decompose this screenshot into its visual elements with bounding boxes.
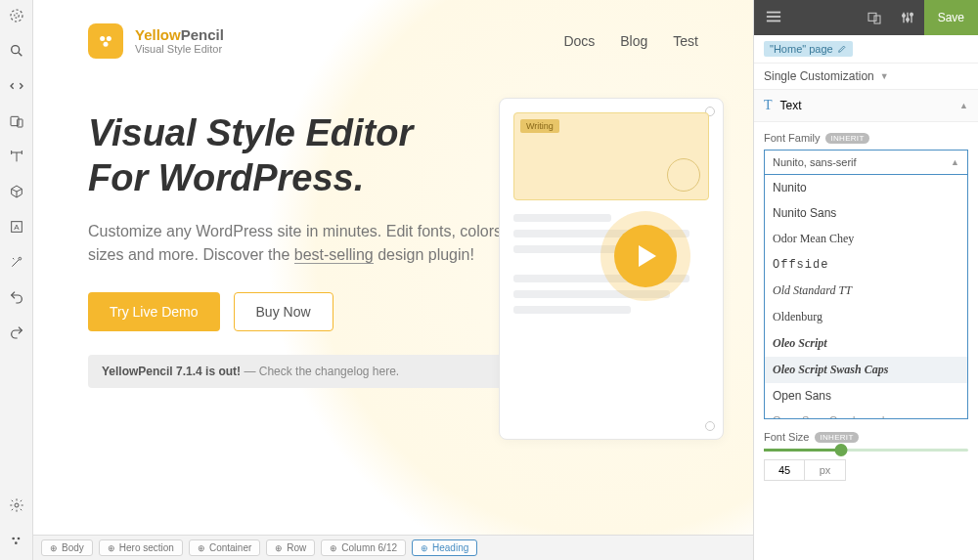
inherit-badge: INHERIT — [825, 133, 868, 144]
breadcrumb-item[interactable]: ⊕Row — [266, 539, 315, 556]
logo-name-a: Yellow — [135, 26, 181, 43]
undo-icon[interactable] — [7, 287, 26, 307]
font-option[interactable]: Odor Mean Chey — [765, 226, 967, 252]
svg-rect-29 — [868, 13, 876, 21]
font-size-unit[interactable]: px — [805, 459, 846, 481]
left-toolbar: A — [0, 0, 33, 560]
svg-point-36 — [910, 13, 912, 16]
svg-line-16 — [12, 260, 19, 267]
svg-point-2 — [11, 46, 19, 54]
home-page-badge[interactable]: "Home" page — [764, 41, 853, 57]
text-section-icon: T — [764, 98, 773, 113]
svg-line-11 — [11, 189, 16, 192]
font-option[interactable]: Nunito Sans — [765, 200, 967, 226]
logo-subtitle: Visual Style Editor — [135, 43, 224, 55]
try-demo-button[interactable]: Try Live Demo — [88, 292, 220, 331]
font-option[interactable]: Old Standard TT — [765, 278, 967, 304]
svg-text:A: A — [14, 223, 20, 232]
font-size-slider[interactable] — [764, 449, 968, 452]
svg-point-24 — [107, 36, 111, 41]
customization-scope[interactable]: Single Customization ▼ — [754, 64, 978, 90]
changelog-notice: YellowPencil 7.1.4 is out! — Check the c… — [88, 355, 526, 388]
font-family-dropdown[interactable]: Nunito Nunito Sans Odor Mean Chey Offsid… — [764, 175, 968, 419]
font-option[interactable]: Oleo Script — [765, 330, 967, 357]
svg-point-23 — [100, 36, 105, 41]
play-button[interactable] — [614, 225, 677, 287]
nav-blog[interactable]: Blog — [620, 33, 647, 49]
sliders-icon[interactable] — [891, 0, 924, 35]
svg-point-25 — [104, 42, 109, 47]
font-family-label: Font FamilyINHERIT — [764, 132, 968, 144]
magic-icon[interactable] — [7, 252, 26, 272]
breadcrumb-item[interactable]: ⊕Column 6/12 — [321, 539, 406, 556]
font-option[interactable]: Open Sans Condensed — [765, 409, 967, 419]
logo[interactable]: YellowPencil Visual Style Editor — [88, 23, 224, 59]
preview-label: Writing — [520, 119, 559, 133]
site-nav: Docs Blog Test — [563, 33, 698, 49]
logo-mark-icon — [88, 23, 123, 59]
svg-point-1 — [11, 10, 22, 22]
svg-rect-30 — [874, 16, 880, 23]
svg-point-0 — [14, 14, 19, 19]
canvas-area: YellowPencil Visual Style Editor Docs Bl… — [33, 0, 753, 560]
font-option[interactable]: Open Sans — [765, 383, 967, 409]
svg-line-3 — [19, 53, 22, 56]
selector-icon[interactable] — [7, 6, 26, 25]
breadcrumb-item[interactable]: ⊕Container — [189, 539, 260, 556]
redo-icon[interactable] — [7, 323, 26, 342]
breadcrumb-item[interactable]: ⊕Body — [41, 539, 93, 556]
panel-toolbar: Save — [754, 0, 978, 35]
svg-point-17 — [19, 257, 22, 260]
save-button[interactable]: Save — [924, 0, 978, 35]
breadcrumb-item[interactable]: ⊕Heading — [412, 539, 477, 556]
svg-line-12 — [17, 189, 22, 192]
style-panel: Save "Home" page Single Customization ▼ … — [753, 0, 978, 560]
logo-name-b: Pencil — [181, 26, 224, 43]
responsive-icon[interactable] — [858, 0, 891, 35]
devices-icon[interactable] — [7, 111, 26, 131]
breadcrumb-bar: ⊕Body ⊕Hero section ⊕Container ⊕Row ⊕Col… — [33, 535, 753, 560]
text-section-header[interactable]: T Text ▲ — [754, 90, 978, 122]
svg-point-19 — [15, 503, 19, 507]
hero-heading[interactable]: Visual Style EditorFor WordPress. — [88, 111, 526, 200]
breadcrumb-item[interactable]: ⊕Hero section — [99, 539, 183, 556]
hero-description: Customize any WordPress site in minutes.… — [88, 220, 526, 267]
collapse-icon: ▲ — [959, 101, 968, 110]
svg-point-21 — [17, 538, 20, 540]
menu-icon[interactable] — [754, 10, 793, 26]
svg-point-34 — [902, 15, 905, 18]
svg-line-18 — [13, 258, 14, 259]
font-option[interactable]: Oleo Script Swash Caps — [765, 357, 967, 383]
text-icon[interactable]: A — [7, 217, 26, 237]
search-icon[interactable] — [7, 41, 26, 61]
svg-point-20 — [12, 538, 15, 540]
nav-test[interactable]: Test — [673, 33, 698, 49]
font-option[interactable]: Offside — [765, 252, 967, 278]
buy-now-button[interactable]: Buy Now — [234, 292, 333, 331]
svg-point-35 — [906, 19, 909, 22]
font-family-select[interactable]: Nunito, sans-serif▲ — [764, 150, 968, 175]
font-option[interactable]: Nunito — [765, 175, 967, 200]
site-header: YellowPencil Visual Style Editor Docs Bl… — [33, 0, 753, 82]
measure-icon[interactable] — [7, 147, 26, 166]
cube-icon[interactable] — [7, 182, 26, 201]
gear-icon[interactable] — [7, 495, 26, 515]
svg-point-22 — [15, 541, 18, 544]
nav-docs[interactable]: Docs — [563, 33, 595, 49]
page-badge-row: "Home" page — [754, 35, 978, 64]
code-icon[interactable] — [7, 76, 26, 96]
font-size-label: Font SizeINHERIT — [764, 431, 968, 443]
dots-icon[interactable] — [7, 531, 26, 550]
font-option[interactable]: Oldenburg — [765, 304, 967, 330]
font-size-value[interactable] — [764, 459, 805, 481]
preview-card: Writing — [499, 98, 724, 440]
